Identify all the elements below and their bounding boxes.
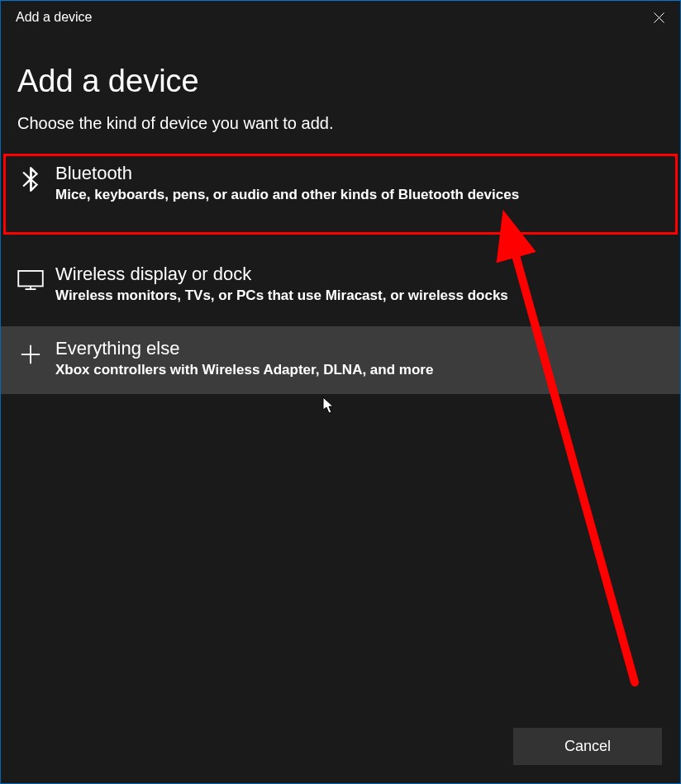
option-desc: Xbox controllers with Wireless Adapter, …: [55, 361, 664, 379]
cancel-button[interactable]: Cancel: [513, 728, 662, 765]
option-everything-else[interactable]: Everything else Xbox controllers with Wi…: [1, 326, 680, 394]
page-title: Add a device: [17, 64, 664, 99]
option-bluetooth[interactable]: Bluetooth Mice, keyboards, pens, or audi…: [1, 151, 680, 237]
plus-icon: [17, 341, 44, 368]
option-title: Everything else: [55, 338, 664, 359]
option-title: Bluetooth: [55, 163, 664, 184]
page-subtitle: Choose the kind of device you want to ad…: [17, 114, 664, 133]
option-text: Wireless display or dock Wireless monito…: [55, 264, 664, 305]
close-icon: [654, 12, 664, 23]
bluetooth-icon: [17, 166, 44, 192]
device-option-list: Bluetooth Mice, keyboards, pens, or audi…: [1, 151, 680, 394]
option-title: Wireless display or dock: [55, 264, 664, 285]
svg-rect-2: [18, 271, 43, 286]
option-desc: Wireless monitors, TVs, or PCs that use …: [55, 287, 664, 305]
monitor-icon: [17, 267, 44, 293]
option-desc: Mice, keyboards, pens, or audio and othe…: [55, 186, 664, 204]
dialog-footer: Cancel: [1, 728, 680, 783]
option-text: Everything else Xbox controllers with Wi…: [55, 338, 664, 379]
titlebar: Add a device: [1, 1, 680, 34]
dialog-content: Add a device Choose the kind of device y…: [1, 34, 680, 728]
window-title: Add a device: [16, 10, 93, 25]
option-text: Bluetooth Mice, keyboards, pens, or audi…: [55, 163, 664, 204]
close-button[interactable]: [637, 1, 680, 34]
add-device-dialog: Add a device Add a device Choose the kin…: [0, 0, 681, 784]
option-wireless-display[interactable]: Wireless display or dock Wireless monito…: [1, 252, 680, 326]
